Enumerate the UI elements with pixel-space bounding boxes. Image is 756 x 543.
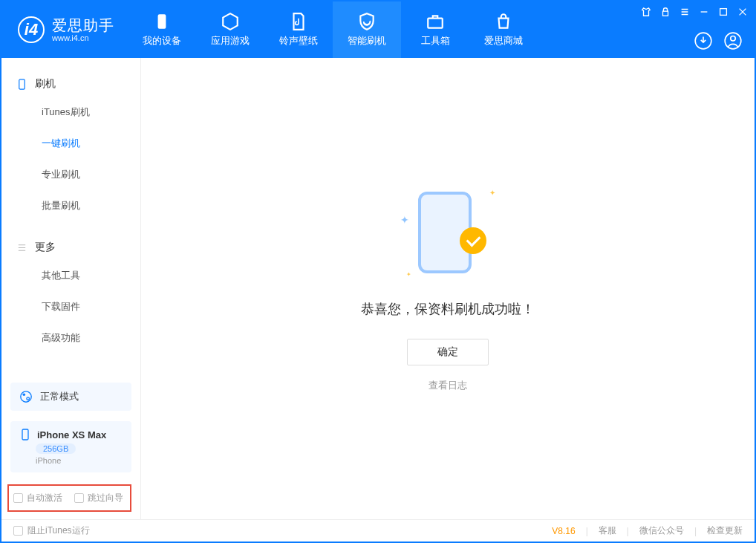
user-icon[interactable]: [723, 31, 743, 51]
block-itunes-label[interactable]: 阻止iTunes运行: [27, 524, 90, 537]
logo-area: i4 爱思助手 www.i4.cn: [1, 16, 128, 43]
view-log-link[interactable]: 查看日志: [428, 379, 467, 392]
footer-link-update[interactable]: 检查更新: [707, 524, 743, 537]
success-illustration: ✦ ✦ ✦: [396, 186, 500, 282]
logo-icon: i4: [18, 16, 45, 43]
sidebar-item-other-tools[interactable]: 其他工具: [1, 260, 140, 291]
footer-link-wechat[interactable]: 微信公众号: [639, 524, 684, 537]
sidebar-section-flash: 刷机: [1, 71, 140, 97]
nav-tabs: 我的设备 应用游戏 铃声壁纸 智能刷机 工具箱 爱思商城: [128, 1, 538, 58]
sparkle-icon: ✦: [489, 189, 495, 197]
list-icon: [16, 242, 27, 253]
main-content: ✦ ✦ ✦ 恭喜您，保资料刷机成功啦！ 确定 查看日志: [141, 58, 755, 519]
checkbox-icon[interactable]: [13, 526, 23, 536]
shirt-icon[interactable]: [640, 6, 652, 18]
briefcase-icon: [426, 12, 445, 31]
phone-small-icon: [19, 429, 31, 440]
svg-rect-1: [428, 19, 443, 28]
svg-rect-11: [22, 429, 28, 440]
highlighted-checkboxes: 自动激活 跳过向导: [7, 484, 131, 512]
device-info-card[interactable]: iPhone XS Max 256GB iPhone: [10, 421, 131, 472]
maximize-button[interactable]: [717, 6, 729, 18]
header-right-icons: [694, 31, 743, 51]
app-name: 爱思助手: [52, 17, 114, 33]
footer-bar: 阻止iTunes运行 V8.16 | 客服 | 微信公众号 | 检查更新: [1, 519, 755, 542]
sidebar-item-itunes-flash[interactable]: iTunes刷机: [1, 97, 140, 128]
checkbox-auto-activate[interactable]: 自动激活: [13, 492, 62, 504]
checkbox-skip-guide[interactable]: 跳过向导: [74, 492, 123, 504]
device-name: iPhone XS Max: [37, 429, 106, 440]
svg-point-9: [23, 394, 26, 397]
sparkle-icon: ✦: [406, 271, 411, 278]
storage-badge: 256GB: [36, 443, 76, 454]
menu-icon[interactable]: [679, 6, 691, 18]
svg-point-8: [21, 391, 31, 402]
download-icon[interactable]: [694, 31, 713, 51]
svg-point-4: [731, 36, 736, 42]
device-type: iPhone: [36, 456, 123, 465]
svg-rect-6: [720, 9, 727, 16]
minimize-button[interactable]: [698, 6, 710, 18]
tab-my-device[interactable]: 我的设备: [128, 1, 196, 58]
phone-icon: [152, 12, 172, 31]
tab-toolbox[interactable]: 工具箱: [401, 1, 469, 58]
tab-apps-games[interactable]: 应用游戏: [196, 1, 264, 58]
lock-icon[interactable]: [659, 6, 671, 18]
tab-store[interactable]: 爱思商城: [469, 1, 538, 58]
sidebar-item-pro-flash[interactable]: 专业刷机: [1, 159, 140, 190]
svg-point-10: [27, 397, 30, 400]
svg-rect-7: [19, 79, 25, 88]
mode-icon: [19, 390, 33, 403]
checkbox-icon: [74, 493, 84, 503]
shield-refresh-icon: [357, 12, 377, 31]
tab-ringtone-wallpaper[interactable]: 铃声壁纸: [264, 1, 333, 58]
ok-button[interactable]: 确定: [407, 339, 489, 365]
sidebar-section-more: 更多: [1, 235, 140, 260]
svg-rect-5: [663, 11, 668, 16]
sidebar-item-batch-flash[interactable]: 批量刷机: [1, 190, 140, 221]
sidebar-item-onekey-flash[interactable]: 一键刷机: [1, 128, 140, 159]
window-controls: [640, 6, 749, 18]
version-label: V8.16: [552, 526, 575, 536]
bag-icon: [494, 12, 513, 31]
cube-icon: [221, 12, 240, 31]
svg-rect-0: [158, 14, 166, 29]
app-url: www.i4.cn: [52, 33, 114, 42]
sidebar: 刷机 iTunes刷机 一键刷机 专业刷机 批量刷机 更多 其他工具 下载固件 …: [1, 58, 141, 519]
app-header: i4 爱思助手 www.i4.cn 我的设备 应用游戏 铃声壁纸 智能刷机 工具…: [1, 1, 755, 58]
sidebar-item-advanced[interactable]: 高级功能: [1, 322, 140, 354]
tab-smart-flash[interactable]: 智能刷机: [333, 1, 401, 58]
success-message: 恭喜您，保资料刷机成功啦！: [361, 300, 535, 318]
device-mode-label: 正常模式: [40, 390, 79, 403]
checkmark-badge-icon: [460, 227, 486, 254]
sidebar-item-download-firmware[interactable]: 下载固件: [1, 291, 140, 322]
close-button[interactable]: [737, 6, 749, 18]
device-mode-card[interactable]: 正常模式: [10, 383, 131, 411]
device-icon: [16, 79, 27, 90]
footer-link-support[interactable]: 客服: [599, 524, 616, 537]
sparkle-icon: ✦: [400, 214, 409, 226]
checkbox-icon: [13, 493, 23, 503]
music-file-icon: [289, 12, 308, 31]
